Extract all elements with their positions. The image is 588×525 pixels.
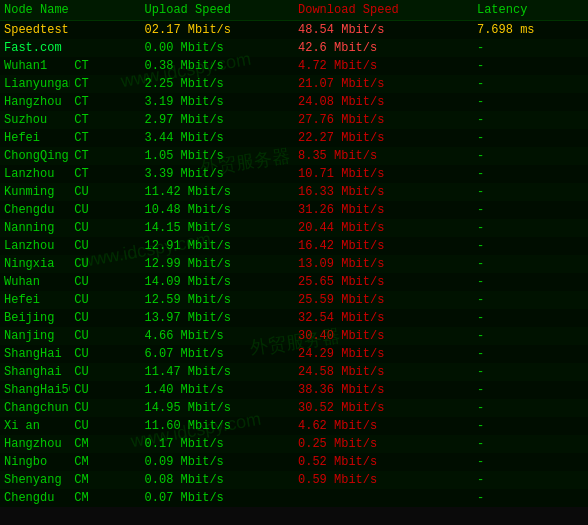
cell-node-name: Nanning — [0, 219, 70, 237]
cell-node-type: CT — [70, 165, 140, 183]
cell-download-speed: 4.62 Mbit/s — [294, 417, 473, 435]
cell-latency: - — [473, 417, 588, 435]
table-row: NingboCM0.09 Mbit/s0.52 Mbit/s- — [0, 453, 588, 471]
cell-latency: - — [473, 471, 588, 489]
cell-upload-speed: 12.91 Mbit/s — [141, 237, 294, 255]
cell-download-speed: 31.26 Mbit/s — [294, 201, 473, 219]
cell-upload-speed: 0.09 Mbit/s — [141, 453, 294, 471]
table-row: ShanghaiCU11.47 Mbit/s24.58 Mbit/s- — [0, 363, 588, 381]
cell-node-type: CM — [70, 471, 140, 489]
cell-latency: - — [473, 489, 588, 507]
cell-node-name: ShangHai5G — [0, 381, 70, 399]
cell-latency: - — [473, 39, 588, 57]
header-node-name: Node Name — [0, 0, 141, 21]
table-row: KunmingCU11.42 Mbit/s16.33 Mbit/s- — [0, 183, 588, 201]
cell-node-name: Wuhan1 — [0, 57, 70, 75]
cell-node-name: Wuhan — [0, 273, 70, 291]
cell-node-name: Ningxia — [0, 255, 70, 273]
header-upload-speed: Upload Speed — [141, 0, 294, 21]
table-row: HangzhouCM0.17 Mbit/s0.25 Mbit/s- — [0, 435, 588, 453]
cell-download-speed: 16.42 Mbit/s — [294, 237, 473, 255]
cell-download-speed: 21.07 Mbit/s — [294, 75, 473, 93]
cell-upload-speed: 11.47 Mbit/s — [141, 363, 294, 381]
cell-latency: - — [473, 237, 588, 255]
cell-node-name: Speedtest.net — [0, 21, 70, 40]
cell-upload-speed: 10.48 Mbit/s — [141, 201, 294, 219]
cell-latency: - — [473, 219, 588, 237]
table-row: NingxiaCU12.99 Mbit/s13.09 Mbit/s- — [0, 255, 588, 273]
cell-download-speed: 8.35 Mbit/s — [294, 147, 473, 165]
cell-upload-speed: 0.17 Mbit/s — [141, 435, 294, 453]
cell-latency: - — [473, 165, 588, 183]
cell-download-speed: 25.65 Mbit/s — [294, 273, 473, 291]
table-row: ShangHaiCU6.07 Mbit/s24.29 Mbit/s- — [0, 345, 588, 363]
cell-upload-speed: 13.97 Mbit/s — [141, 309, 294, 327]
cell-node-type: CU — [70, 417, 140, 435]
cell-download-speed: 30.52 Mbit/s — [294, 399, 473, 417]
cell-latency: - — [473, 453, 588, 471]
cell-latency: - — [473, 345, 588, 363]
table-row: ChongQingCT1.05 Mbit/s8.35 Mbit/s- — [0, 147, 588, 165]
cell-upload-speed: 0.08 Mbit/s — [141, 471, 294, 489]
cell-node-type: CT — [70, 75, 140, 93]
cell-upload-speed: 6.07 Mbit/s — [141, 345, 294, 363]
cell-node-name: Hefei — [0, 129, 70, 147]
header-download-speed: Download Speed — [294, 0, 473, 21]
cell-node-type: CU — [70, 399, 140, 417]
cell-download-speed — [294, 489, 473, 507]
cell-node-type: CM — [70, 453, 140, 471]
table-row: ShangHai5GCU1.40 Mbit/s38.36 Mbit/s- — [0, 381, 588, 399]
cell-node-type: CU — [70, 327, 140, 345]
cell-latency: - — [473, 57, 588, 75]
cell-node-name: Shenyang — [0, 471, 70, 489]
cell-node-type: CU — [70, 291, 140, 309]
cell-download-speed: 13.09 Mbit/s — [294, 255, 473, 273]
cell-upload-speed: 0.00 Mbit/s — [141, 39, 294, 57]
table-row: HefeiCU12.59 Mbit/s25.59 Mbit/s- — [0, 291, 588, 309]
cell-latency: - — [473, 273, 588, 291]
cell-latency: - — [473, 381, 588, 399]
cell-node-name: Ningbo — [0, 453, 70, 471]
cell-latency: - — [473, 111, 588, 129]
cell-latency: - — [473, 309, 588, 327]
table-row: LianyungangCT2.25 Mbit/s21.07 Mbit/s- — [0, 75, 588, 93]
cell-node-name: ShangHai — [0, 345, 70, 363]
cell-latency: - — [473, 327, 588, 345]
cell-upload-speed: 14.95 Mbit/s — [141, 399, 294, 417]
cell-node-type — [70, 39, 140, 57]
cell-upload-speed: 2.25 Mbit/s — [141, 75, 294, 93]
cell-node-type: CU — [70, 309, 140, 327]
cell-node-name: Nanjing — [0, 327, 70, 345]
cell-latency: - — [473, 183, 588, 201]
cell-node-type: CU — [70, 237, 140, 255]
cell-node-type: CM — [70, 435, 140, 453]
cell-download-speed: 0.52 Mbit/s — [294, 453, 473, 471]
cell-node-name: Chengdu — [0, 489, 70, 507]
cell-node-name: Suzhou — [0, 111, 70, 129]
cell-download-speed: 20.44 Mbit/s — [294, 219, 473, 237]
cell-node-name: Fast.com — [0, 39, 70, 57]
table-row: WuhanCU14.09 Mbit/s25.65 Mbit/s- — [0, 273, 588, 291]
table-row: ShenyangCM0.08 Mbit/s0.59 Mbit/s- — [0, 471, 588, 489]
cell-node-type: CT — [70, 57, 140, 75]
cell-node-name: Lianyungang — [0, 75, 70, 93]
cell-download-speed: 0.25 Mbit/s — [294, 435, 473, 453]
cell-latency: - — [473, 147, 588, 165]
cell-latency: - — [473, 255, 588, 273]
table-row: Fast.com0.00 Mbit/s42.6 Mbit/s- — [0, 39, 588, 57]
cell-node-type: CU — [70, 255, 140, 273]
cell-upload-speed: 14.15 Mbit/s — [141, 219, 294, 237]
cell-latency: - — [473, 291, 588, 309]
cell-upload-speed: 3.19 Mbit/s — [141, 93, 294, 111]
cell-upload-speed: 0.38 Mbit/s — [141, 57, 294, 75]
cell-download-speed: 30.40 Mbit/s — [294, 327, 473, 345]
cell-node-name: Kunming — [0, 183, 70, 201]
cell-upload-speed: 12.99 Mbit/s — [141, 255, 294, 273]
cell-latency: - — [473, 363, 588, 381]
cell-node-name: Changchun — [0, 399, 70, 417]
cell-upload-speed: 12.59 Mbit/s — [141, 291, 294, 309]
cell-node-name: Hangzhou — [0, 93, 70, 111]
cell-download-speed: 22.27 Mbit/s — [294, 129, 473, 147]
cell-upload-speed: 11.42 Mbit/s — [141, 183, 294, 201]
cell-latency: - — [473, 93, 588, 111]
